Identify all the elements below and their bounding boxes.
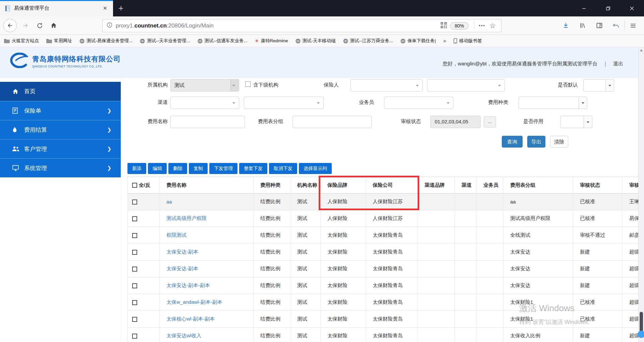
sidebar-item-home[interactable]: 首页 <box>0 82 121 101</box>
row-checkbox[interactable] <box>132 199 137 205</box>
bookmark-label: 测试--江苏万舜业务... <box>350 38 393 44</box>
include-sub-checkbox[interactable] <box>245 81 251 87</box>
bookmark-item[interactable]: 测试-易保通业务管理... <box>79 38 132 44</box>
col-header-auditor: 审核人 <box>623 177 639 193</box>
fee-name-input[interactable] <box>170 116 245 128</box>
back-button[interactable] <box>3 19 17 32</box>
bookmark-item[interactable]: ✳康特Redmine <box>255 38 288 44</box>
cell-salesman <box>477 244 503 261</box>
fee-name-link[interactable]: 太保安达-副本 <box>166 266 198 271</box>
row-checkbox[interactable] <box>132 300 137 305</box>
bookmark-item[interactable]: 测试--江苏万舜业务... <box>343 38 393 44</box>
home-button[interactable] <box>47 19 60 32</box>
fee-name-link[interactable]: 太保安达wl收入 <box>166 333 201 338</box>
bookmark-star-icon[interactable]: ☆ <box>489 22 496 30</box>
cell-select <box>128 193 160 210</box>
logout-link[interactable]: 退出 <box>613 61 623 66</box>
sidebar-item-policy[interactable]: 保险单❯ <box>0 101 121 120</box>
close-window-button[interactable] <box>620 0 644 16</box>
disabled-select[interactable] <box>560 116 592 128</box>
clear-button[interactable]: 清除 <box>550 136 568 148</box>
cell-channel <box>455 328 477 342</box>
channel-label: 渠道 <box>121 99 168 106</box>
fee-group-input[interactable] <box>292 116 372 128</box>
add-button[interactable]: 新添 <box>127 163 146 174</box>
cell-org: 测试 <box>290 294 321 311</box>
library-icon[interactable] <box>578 20 588 31</box>
copy-button[interactable]: 复制 <box>189 163 208 174</box>
sidebar-item-customer[interactable]: 客户管理❯ <box>0 139 121 158</box>
url-bar[interactable]: proxy1.countnet.cn:20806/Login/Main 80% … <box>102 19 501 32</box>
sidebar-item-fee[interactable]: 费用结算❯ <box>0 120 121 139</box>
bookmark-item[interactable]: 移动版书签 <box>453 38 482 44</box>
salesman-select[interactable] <box>384 97 453 109</box>
fee-type-select[interactable] <box>519 97 587 109</box>
bookmark-item[interactable]: 常用网址 <box>46 38 72 44</box>
search-button[interactable]: 查询 <box>502 136 523 148</box>
sidebar-item-system[interactable]: 系统管理❯ <box>0 158 121 177</box>
fee-name-link[interactable]: 测试高级用户权限 <box>166 215 207 221</box>
default-select[interactable] <box>583 79 614 92</box>
fee-name-link[interactable]: 太保核心wl-副本-副本 <box>166 316 215 322</box>
cell-fee-group: 太保安达 <box>503 261 573 277</box>
row-checkbox[interactable] <box>132 267 137 272</box>
bookmark-item[interactable]: 测试--信通车友业务... <box>198 38 248 44</box>
row-checkbox[interactable] <box>132 216 137 221</box>
cell-company: 太保财险青岛 <box>366 227 418 244</box>
new-tab-button[interactable]: + <box>113 0 129 16</box>
page-scrollbar[interactable] <box>638 47 644 342</box>
cell-audit-status: 审核不通过 <box>573 227 623 244</box>
edit-button[interactable]: 编辑 <box>148 163 167 174</box>
downloads-icon[interactable] <box>561 20 571 31</box>
bookmarks-overflow-chevron[interactable]: » <box>443 38 446 44</box>
audit-status-input[interactable]: 01,02,03,04,05 <box>430 116 481 128</box>
select-all-checkbox[interactable] <box>132 183 137 188</box>
audit-status-more-button[interactable]: ... <box>484 116 496 127</box>
delete-button[interactable]: 删除 <box>168 163 187 174</box>
fee-name-link[interactable]: 太保安达-副本 <box>166 249 198 254</box>
insurer-select-1[interactable] <box>351 79 423 92</box>
bookmark-label: 测试-天丰移动端 <box>303 38 336 44</box>
choose-columns-button[interactable]: 选择显示列 <box>299 163 332 174</box>
tab-title: 易保通管理平台 <box>14 5 102 11</box>
bookmark-item[interactable]: 测试-天丰移动端 <box>296 38 336 44</box>
page-actions-icon[interactable]: ••• <box>479 23 486 28</box>
qr-code-icon[interactable] <box>441 22 447 30</box>
bookmark-item[interactable]: 保单下载任务| <box>400 38 436 44</box>
forward-button[interactable] <box>19 19 32 32</box>
row-checkbox[interactable] <box>132 334 137 339</box>
restore-button[interactable] <box>596 0 620 16</box>
bookmark-item[interactable]: 火狐官方站点 <box>4 38 39 44</box>
org-select[interactable]: 测试 <box>170 79 239 92</box>
bookmark-item[interactable]: 测试--天丰业务管理... <box>140 38 190 44</box>
scrollbar-blue-ball[interactable] <box>638 331 644 338</box>
row-checkbox[interactable] <box>132 250 137 255</box>
dispatch-manage-button[interactable]: 下发管理 <box>209 163 237 174</box>
sidebars-icon[interactable] <box>594 20 604 31</box>
row-checkbox[interactable] <box>132 233 137 238</box>
tab-close-icon[interactable]: × <box>102 4 108 12</box>
channel-select-2[interactable] <box>244 97 324 109</box>
page: 青岛康特网络科技有限公司 QINGDAO COUNTNET TECHNOLOGY… <box>0 47 644 342</box>
browser-tab[interactable]: 易保通管理平台 × <box>0 0 113 16</box>
channel-select-1[interactable] <box>170 97 239 109</box>
browser-toolbar: proxy1.countnet.cn:20806/Login/Main 80% … <box>0 16 644 35</box>
fee-name-link[interactable]: 太保安达-副本-副本 <box>166 282 210 288</box>
site-info-icon[interactable] <box>107 22 112 29</box>
minimize-button[interactable] <box>572 0 596 16</box>
dispatch-cancel-button[interactable]: 取消下发 <box>269 163 297 174</box>
row-checkbox[interactable] <box>132 283 137 288</box>
reload-button[interactable] <box>33 19 46 32</box>
zoom-level-badge[interactable]: 80% <box>450 22 468 30</box>
export-button[interactable]: 导出 <box>527 136 545 148</box>
scrollbar-up-icon[interactable] <box>640 49 643 51</box>
dispatch-set-button[interactable]: 整套下发 <box>239 163 267 174</box>
fee-name-link[interactable]: 权限测试 <box>166 232 186 238</box>
undo-icon[interactable] <box>611 20 621 31</box>
fee-name-link[interactable]: aa <box>166 199 172 205</box>
phone-icon <box>453 38 457 44</box>
insurer-select-2[interactable] <box>427 79 505 92</box>
fee-name-link[interactable]: 太保w_andawl-副本-副本 <box>166 299 222 305</box>
menu-hamburger-icon[interactable] <box>628 20 638 31</box>
row-checkbox[interactable] <box>132 317 137 322</box>
